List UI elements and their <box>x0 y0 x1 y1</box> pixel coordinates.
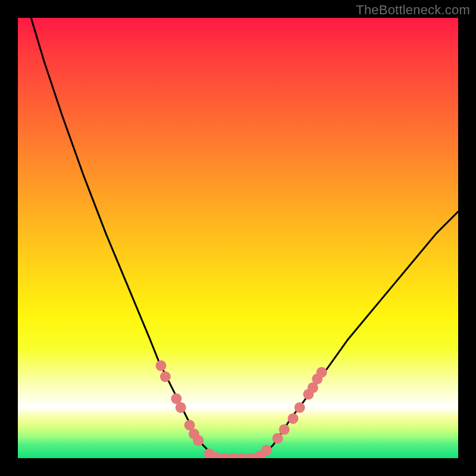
curve-marker <box>193 435 203 446</box>
watermark-text: TheBottleneck.com <box>356 2 470 18</box>
curve-marker <box>156 361 167 371</box>
curve-layer <box>18 18 458 458</box>
curve-marker <box>273 433 283 444</box>
curve-marker <box>288 413 299 424</box>
curve-marker <box>279 424 290 435</box>
curve-marker <box>295 402 305 413</box>
bottleneck-curve-path <box>31 18 458 458</box>
curve-marker <box>176 402 186 413</box>
curve-marker <box>317 367 327 378</box>
curve-marker <box>261 445 272 456</box>
chart-frame: TheBottleneck.com <box>0 0 476 476</box>
curve-marker <box>160 371 171 382</box>
curve-markers <box>156 361 327 458</box>
plot-area <box>18 18 458 458</box>
bottleneck-curve <box>31 18 458 458</box>
